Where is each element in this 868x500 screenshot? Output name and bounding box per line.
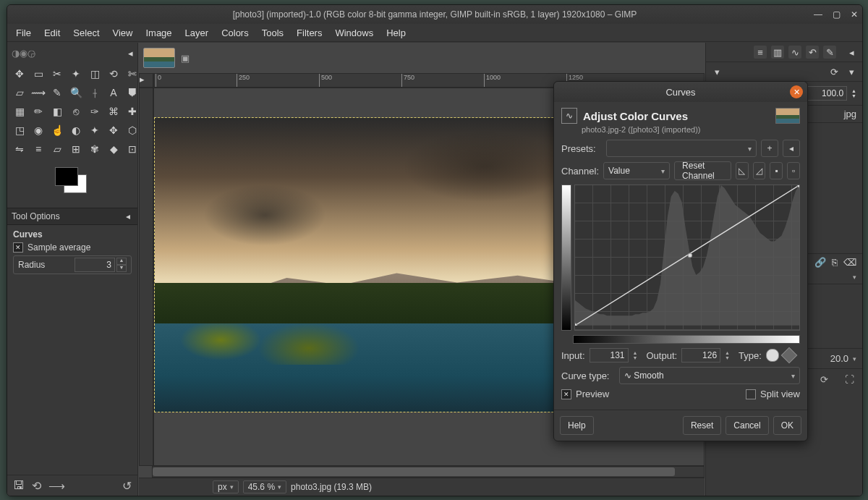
transform-tool-icon[interactable]: ▱: [12, 85, 27, 101]
linear-hist-icon[interactable]: ◺: [736, 162, 749, 179]
curve-line[interactable]: [575, 185, 799, 326]
dock-config-icon[interactable]: ◂: [128, 48, 133, 59]
fuzzy-select-tool-icon[interactable]: ✦: [68, 66, 84, 82]
radius-down-icon[interactable]: ▼: [116, 265, 127, 272]
free-select-tool-icon[interactable]: ✂: [49, 66, 65, 82]
mypaint-tool-icon[interactable]: ✾: [87, 141, 103, 157]
fg-bg-color-widget[interactable]: [51, 164, 91, 205]
window-close-button[interactable]: ✕: [851, 9, 858, 20]
open-as-image-icon[interactable]: ⛶: [845, 374, 854, 385]
menu-windows[interactable]: Windows: [329, 25, 379, 41]
refresh-brush-icon[interactable]: ⟳: [820, 374, 828, 385]
presets-combo[interactable]: ▾: [606, 140, 757, 157]
perspective-clone-tool-icon[interactable]: ◳: [12, 122, 27, 138]
crop-tool-icon[interactable]: ◫: [87, 66, 103, 82]
cage-tool-icon[interactable]: ⬡: [124, 122, 140, 138]
picker-white-icon[interactable]: ▫: [787, 162, 800, 179]
clone-tool-icon[interactable]: ⌘: [106, 103, 122, 119]
sample-average-checkbox[interactable]: ✕: [13, 242, 23, 253]
move-tool-icon[interactable]: ✥: [12, 66, 27, 82]
link-icon[interactable]: 🔗: [814, 257, 826, 268]
smudge-tool-icon[interactable]: ☝: [49, 122, 65, 138]
heal-tool-icon[interactable]: ✚: [124, 103, 140, 119]
delete-icon[interactable]: ⌫: [843, 257, 856, 268]
output-value-field[interactable]: [681, 348, 720, 363]
tool-options-config-icon[interactable]: ◂: [123, 211, 133, 221]
preview-checkbox[interactable]: ✕: [561, 389, 571, 399]
scissors-tool-icon[interactable]: ✄: [124, 66, 140, 82]
chevron-down-icon[interactable]: ▾: [710, 65, 723, 78]
measure-tool-icon[interactable]: ⟊: [87, 85, 103, 101]
ok-button[interactable]: OK: [773, 416, 801, 435]
curves-dialog-titlebar[interactable]: Curves ✕: [554, 82, 807, 102]
split-view-checkbox[interactable]: [746, 389, 756, 399]
add-preset-button[interactable]: +: [761, 140, 778, 157]
log-hist-icon[interactable]: ◿: [753, 162, 766, 179]
dodge-tool-icon[interactable]: ◐: [68, 122, 84, 138]
help-button[interactable]: Help: [560, 416, 594, 435]
brushes-tab-icon[interactable]: ≡: [754, 46, 767, 59]
radius-input[interactable]: [75, 258, 115, 272]
flip-tool-icon[interactable]: ⇋: [12, 141, 27, 157]
menu-layer[interactable]: Layer: [179, 25, 215, 41]
unified-transform-tool-icon[interactable]: ⊡: [124, 141, 140, 157]
menu-colors[interactable]: Colors: [216, 25, 255, 41]
curve-type-combo[interactable]: ∿ Smooth▾: [619, 367, 800, 384]
reset-button[interactable]: Reset: [683, 416, 721, 435]
fonts-tab-icon[interactable]: ∿: [788, 46, 801, 59]
curves-graph[interactable]: [574, 185, 800, 331]
blur-tool-icon[interactable]: ◉: [30, 122, 46, 138]
menu-help[interactable]: Help: [380, 25, 412, 41]
airbrush-tool-icon[interactable]: ⎋: [68, 103, 84, 119]
reset-channel-button[interactable]: Reset Channel: [674, 161, 731, 180]
menu-image[interactable]: Image: [140, 25, 177, 41]
cancel-button[interactable]: Cancel: [726, 416, 768, 435]
picker-black-icon[interactable]: ▪: [770, 162, 783, 179]
image-tab-close-icon[interactable]: ▣: [181, 53, 190, 64]
vertical-ruler[interactable]: [139, 88, 153, 466]
dock-config-icon[interactable]: ◂: [845, 46, 858, 59]
color-picker-tool-icon[interactable]: ✥: [106, 122, 122, 138]
menu-view[interactable]: View: [107, 25, 139, 41]
zoom-selector[interactable]: 45.6 %▾: [243, 480, 286, 493]
save-preset-icon[interactable]: 🖫: [13, 479, 25, 492]
channel-combo[interactable]: Value▾: [603, 162, 670, 179]
pencil-tool-icon[interactable]: ✏: [30, 103, 46, 119]
menu-select[interactable]: Select: [67, 25, 105, 41]
image-tab-thumbnail[interactable]: [143, 48, 175, 68]
chevron-down-icon[interactable]: ▾: [845, 65, 858, 78]
dialog-close-button[interactable]: ✕: [790, 85, 803, 98]
window-minimize-button[interactable]: —: [814, 9, 822, 20]
point-type-smooth-button[interactable]: [766, 349, 779, 362]
foreground-select-tool-icon[interactable]: ◆: [106, 141, 122, 157]
ink-tool-icon[interactable]: ✑: [87, 103, 103, 119]
bucket-tool-icon[interactable]: ⛊: [124, 85, 140, 101]
menu-edit[interactable]: Edit: [38, 25, 66, 41]
refresh-icon[interactable]: ⟳: [827, 65, 841, 78]
delete-preset-icon[interactable]: ⟶: [48, 479, 65, 493]
history-tab-icon[interactable]: ↶: [806, 46, 819, 59]
rotate-tool-icon[interactable]: ⟲: [106, 66, 122, 82]
gradient-tool-icon[interactable]: ▦: [12, 103, 27, 119]
menu-file[interactable]: File: [10, 25, 37, 41]
paths-tool-icon[interactable]: ✦: [87, 122, 103, 138]
menu-tools[interactable]: Tools: [256, 25, 289, 41]
shear-tool-icon[interactable]: ▱: [49, 141, 65, 157]
point-type-corner-button[interactable]: [781, 347, 798, 364]
fg-color-swatch[interactable]: [55, 167, 78, 186]
horizontal-scrollbar[interactable]: [152, 466, 705, 478]
patterns-tab-icon[interactable]: ▥: [771, 46, 784, 59]
tool-options-tab[interactable]: Tool Options ◂: [7, 208, 137, 225]
ruler-origin-button[interactable]: ▸: [139, 73, 153, 88]
reset-preset-icon[interactable]: ↺: [122, 479, 132, 493]
unit-selector[interactable]: px▾: [213, 480, 239, 493]
paint-tab-icon[interactable]: ✎: [823, 46, 836, 59]
handle-tool-icon[interactable]: ⊞: [68, 141, 84, 157]
restore-preset-icon[interactable]: ⟲: [32, 479, 41, 493]
eraser-tool-icon[interactable]: ◧: [49, 103, 65, 119]
rect-select-tool-icon[interactable]: ▭: [30, 66, 46, 82]
radius-up-icon[interactable]: ▲: [116, 258, 127, 265]
text-tool-icon[interactable]: A: [106, 85, 122, 101]
menu-filters[interactable]: Filters: [291, 25, 328, 41]
window-maximize-button[interactable]: ▢: [833, 9, 841, 20]
